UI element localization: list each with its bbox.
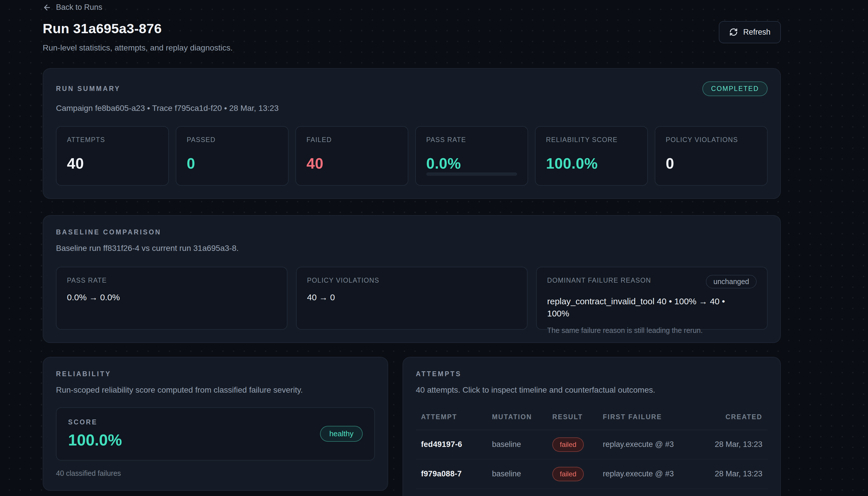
page-content: Back to Runs Run 31a695a3-876 Run-level …	[43, 0, 781, 496]
baseline-comparison-card: BASELINE COMPARISON Baseline run ff831f2…	[43, 215, 781, 343]
run-summary-card: RUN SUMMARY COMPLETED Campaign fe8ba605-…	[43, 68, 781, 199]
baseline-section-label: BASELINE COMPARISON	[56, 228, 161, 236]
refresh-icon	[729, 28, 738, 36]
back-to-runs-label: Back to Runs	[56, 3, 102, 12]
stat-reliability-score: RELIABILITY SCORE 100.0%	[535, 126, 648, 186]
attempt-row-3[interactable]: f70b4fd2-1 baseline failed replay.execut…	[416, 489, 768, 496]
failed-badge: failed	[552, 467, 584, 481]
failed-badge: failed	[552, 437, 584, 452]
attempt-first-failure: replay.execute @ #3	[603, 440, 696, 449]
stat-passed-value: 0	[187, 155, 278, 172]
stat-attempts-label: ATTEMPTS	[67, 136, 158, 144]
stat-policy-violations-label: POLICY VIOLATIONS	[666, 136, 757, 144]
baseline-policy-violations-box: POLICY VIOLATIONS 40 → 0	[296, 267, 528, 330]
refresh-button-label: Refresh	[743, 28, 770, 37]
attempts-section-label: ATTEMPTS	[416, 370, 462, 378]
reliability-score-block: SCORE 100.0%	[68, 418, 122, 449]
dominant-failure-value: replay_contract_invalid_tool 40 • 100% →…	[547, 295, 735, 320]
attempt-created: 28 Mar, 13:23	[696, 440, 762, 449]
stat-pass-rate: PASS RATE 0.0%	[415, 126, 528, 186]
refresh-button[interactable]: Refresh	[719, 21, 781, 43]
stat-reliability-score-value: 100.0%	[546, 155, 637, 172]
dominant-failure-label: DOMINANT FAILURE REASON	[547, 277, 651, 284]
stat-passed: PASSED 0	[176, 126, 289, 186]
attempt-id: f979a088-7	[421, 469, 492, 478]
baseline-grid: PASS RATE 0.0% → 0.0% POLICY VIOLATIONS …	[56, 267, 768, 330]
page-subtitle: Run-level statistics, attempts, and repl…	[43, 43, 232, 52]
attempts-table-header: ATTEMPT MUTATION RESULT FIRST FAILURE CR…	[416, 413, 768, 421]
health-status-badge: healthy	[320, 426, 363, 442]
bottom-grid: RELIABILITY Run-scoped reliability score…	[43, 357, 781, 496]
reliability-score-box: SCORE 100.0% healthy	[56, 407, 375, 461]
stat-pass-rate-value: 0.0%	[426, 155, 517, 172]
baseline-pass-rate-box: PASS RATE 0.0% → 0.0%	[56, 267, 287, 330]
dominant-failure-badge: unchanged	[706, 275, 757, 289]
attempt-result: failed	[552, 437, 603, 452]
stat-attempts: ATTEMPTS 40	[56, 126, 169, 186]
attempt-created: 28 Mar, 13:23	[696, 469, 762, 478]
column-header-created: CREATED	[696, 413, 762, 421]
score-value: 100.0%	[68, 431, 122, 449]
attempt-first-failure: replay.execute @ #3	[603, 469, 696, 478]
attempt-row-2[interactable]: f979a088-7 baseline failed replay.execut…	[416, 460, 768, 489]
back-to-runs-link[interactable]: Back to Runs	[43, 3, 102, 12]
attempt-row-1[interactable]: fed49197-6 baseline failed replay.execut…	[416, 430, 768, 460]
baseline-policy-violations-label: POLICY VIOLATIONS	[307, 277, 379, 284]
attempt-id: fed49197-6	[421, 440, 492, 449]
column-header-mutation: MUTATION	[492, 413, 552, 421]
reliability-description: Run-scoped reliability score computed fr…	[56, 385, 375, 395]
attempt-mutation: baseline	[492, 440, 552, 449]
stat-failed-label: FAILED	[306, 136, 397, 144]
stat-failed-value: 40	[306, 155, 397, 172]
stat-policy-violations: POLICY VIOLATIONS 0	[655, 126, 768, 186]
column-header-attempt: ATTEMPT	[421, 413, 492, 421]
attempt-result: failed	[552, 467, 603, 481]
bottom-left-column: RELIABILITY Run-scoped reliability score…	[43, 357, 388, 496]
attempt-mutation: baseline	[492, 469, 552, 478]
arrow-left-icon	[43, 3, 51, 12]
stat-reliability-score-label: RELIABILITY SCORE	[546, 136, 637, 144]
baseline-description: Baseline run ff831f26-4 vs current run 3…	[56, 244, 768, 253]
classified-failures-footnote: 40 classified failures	[56, 469, 375, 478]
baseline-policy-violations-value: 40 → 0	[307, 293, 516, 302]
run-meta-line: Campaign fe8ba605-a23 • Trace f795ca1d-f…	[56, 104, 768, 113]
baseline-dominant-failure-box: DOMINANT FAILURE REASON unchanged replay…	[536, 267, 768, 330]
pass-rate-progress-track	[426, 172, 517, 176]
stat-failed: FAILED 40	[295, 126, 408, 186]
stat-policy-violations-value: 0	[666, 155, 757, 172]
page-header: Run 31a695a3-876 Run-level statistics, a…	[43, 20, 781, 52]
reliability-section-label: RELIABILITY	[56, 370, 111, 378]
stat-pass-rate-label: PASS RATE	[426, 136, 517, 144]
run-summary-section-label: RUN SUMMARY	[56, 85, 120, 93]
column-header-result: RESULT	[552, 413, 603, 421]
score-label: SCORE	[68, 418, 122, 426]
reliability-card: RELIABILITY Run-scoped reliability score…	[43, 357, 388, 491]
attempts-description: 40 attempts. Click to inspect timeline a…	[416, 385, 768, 395]
dominant-failure-note: The same failure reason is still leading…	[547, 326, 757, 335]
run-status-badge: COMPLETED	[702, 81, 768, 96]
run-summary-stats: ATTEMPTS 40 PASSED 0 FAILED 40 PASS RATE…	[56, 126, 768, 186]
page-heading-block: Run 31a695a3-876 Run-level statistics, a…	[43, 20, 232, 52]
stat-attempts-value: 40	[67, 155, 158, 172]
stat-passed-label: PASSED	[187, 136, 278, 144]
page-title: Run 31a695a3-876	[43, 20, 232, 36]
baseline-pass-rate-label: PASS RATE	[67, 277, 107, 284]
column-header-first-failure: FIRST FAILURE	[603, 413, 696, 421]
baseline-pass-rate-value: 0.0% → 0.0%	[67, 293, 276, 302]
attempts-card: ATTEMPTS 40 attempts. Click to inspect t…	[403, 357, 781, 496]
